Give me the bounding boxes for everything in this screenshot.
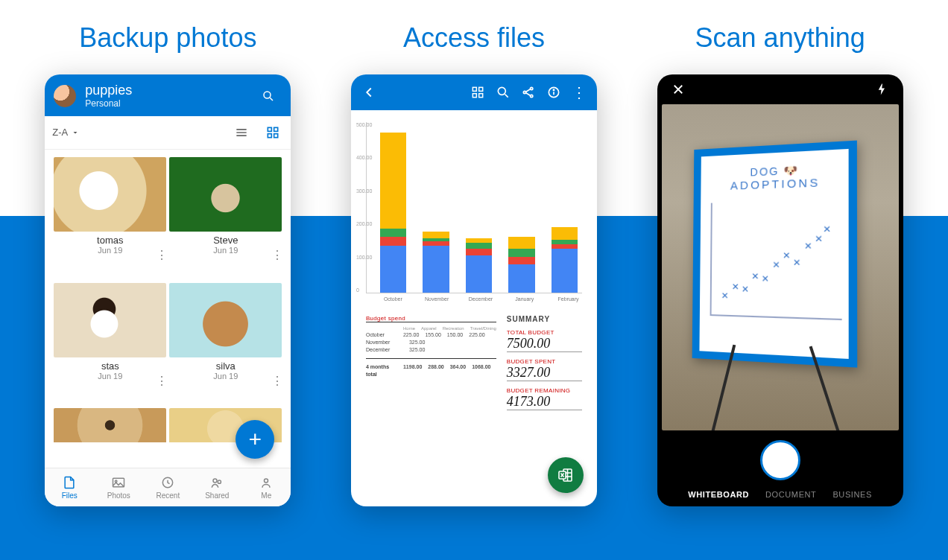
open-in-excel-button[interactable] [548,457,584,493]
svg-rect-6 [274,127,278,131]
tab-label: Me [261,491,271,500]
thumbnail [54,408,166,442]
grid-icon[interactable] [467,82,488,103]
svg-point-21 [523,91,525,93]
total-budget-value: 7500.00 [507,336,582,352]
more-icon[interactable]: ⋮ [156,248,168,262]
photo-item[interactable] [54,408,166,468]
tab-shared[interactable]: Shared [192,468,241,506]
mode-business[interactable]: BUSINES [832,490,872,499]
chart-segment [508,264,534,293]
headline-backup: Backup photos [79,22,256,54]
chart-segment [466,243,492,249]
info-icon[interactable] [543,82,564,103]
shutter-button[interactable] [760,440,800,480]
more-icon[interactable]: ⋮ [156,374,168,388]
bottom-nav: Files Photos Recent Shared Me [45,468,291,506]
thumbnail [54,157,166,232]
mode-document[interactable]: DOCUMENT [765,490,816,499]
sort-toggle[interactable]: Z-A [52,127,80,138]
item-date: Jun 19 [54,372,166,381]
photo-item[interactable]: silva Jun 19 ⋮ [169,283,282,406]
item-name: Steve [169,235,282,246]
chart-bar [552,227,578,293]
x-label: October [379,296,407,302]
tab-recent[interactable]: Recent [143,468,192,506]
app-header: puppies Personal [45,74,291,116]
add-button[interactable]: + [236,420,274,459]
photo-icon [111,475,126,490]
y-axis-ticks: 500.00400.00300.00200.00100.000 [356,122,365,293]
close-icon[interactable] [668,79,689,100]
search-icon[interactable] [258,86,279,106]
photo-item[interactable]: stas Jun 19 ⋮ [54,283,166,406]
detected-whiteboard: DOG 🐶 ADOPTIONS ✕ ✕ ✕ ✕ ✕ ✕ ✕ ✕ ✕ ✕ [692,141,857,368]
svg-rect-8 [274,133,278,137]
thumbnail [169,157,282,232]
item-name: tomas [54,235,166,246]
people-icon [209,475,224,490]
phone-backup-photos: puppies Personal Z-A [45,74,291,506]
svg-point-23 [530,95,532,97]
chart-segment [380,133,406,229]
camera-viewport[interactable]: DOG 🐶 ADOPTIONS ✕ ✕ ✕ ✕ ✕ ✕ ✕ ✕ ✕ ✕ [662,104,899,430]
chart-segment [380,229,406,236]
excel-icon [557,466,575,484]
tab-files[interactable]: Files [45,468,94,506]
chart-segment [508,249,534,256]
list-toolbar: Z-A [45,116,291,150]
chart-segment [552,227,578,240]
tab-photos[interactable]: Photos [94,468,143,506]
total-budget-label: TOTAL BUDGET [507,329,582,336]
phone-scan: DOG 🐶 ADOPTIONS ✕ ✕ ✕ ✕ ✕ ✕ ✕ ✕ ✕ ✕ [657,74,903,506]
chart-segment [423,232,449,238]
file-toolbar: ⋮ [351,74,597,110]
more-icon[interactable]: ⋮ [271,374,283,388]
whiteboard-plot: ✕ ✕ ✕ ✕ ✕ ✕ ✕ ✕ ✕ ✕ ✕ [710,200,841,320]
item-date: Jun 19 [169,246,282,255]
flash-icon[interactable] [872,79,893,100]
chart-segment [380,237,406,246]
thumbnail [169,283,282,357]
sort-label: Z-A [52,127,68,138]
x-axis-labels: OctoberNovemberDecemberJanuaryFebruary [366,296,582,302]
phone-access-files: ⋮ 500.00400.00300.00200.00100.000 Octobe… [351,74,597,506]
chart-bar [380,133,406,293]
avatar[interactable] [54,85,76,107]
svg-rect-18 [479,94,483,98]
tab-me[interactable]: Me [241,468,291,506]
budget-table: Budget spend HomeApparelRecreationTravel… [366,315,496,410]
x-label: February [554,296,582,302]
chart-segment [508,237,534,249]
svg-rect-5 [268,127,272,131]
svg-point-13 [218,480,221,483]
svg-rect-16 [479,87,483,91]
chevron-down-icon [71,128,80,137]
share-icon[interactable] [518,82,539,103]
tab-label: Shared [205,491,229,500]
x-label: December [467,296,495,302]
search-icon[interactable] [493,82,514,103]
summary-heading: SUMMARY [507,315,582,323]
back-icon[interactable] [358,82,379,103]
more-icon[interactable]: ⋮ [569,82,590,103]
chart-bar [508,237,534,293]
svg-rect-7 [268,133,272,137]
item-name: silva [169,360,282,372]
chart-segment [508,257,534,264]
grid-view-icon[interactable] [262,122,283,143]
more-icon[interactable]: ⋮ [271,248,283,262]
list-view-icon[interactable] [231,122,252,143]
folder-title: puppies [85,83,132,98]
mode-whiteboard[interactable]: WHITEBOARD [688,490,749,499]
photo-item[interactable]: tomas Jun 19 ⋮ [54,157,166,280]
photo-item[interactable]: Steve Jun 19 ⋮ [169,157,282,280]
budget-remaining-label: BUDGET REMAINING [507,387,582,394]
svg-point-22 [530,87,532,89]
document-preview[interactable]: 500.00400.00300.00200.00100.000 OctoberN… [351,110,597,506]
item-date: Jun 19 [169,372,282,381]
tab-label: Recent [156,491,180,500]
svg-point-19 [498,87,505,95]
chart-bar [466,238,492,293]
svg-rect-15 [473,87,476,91]
